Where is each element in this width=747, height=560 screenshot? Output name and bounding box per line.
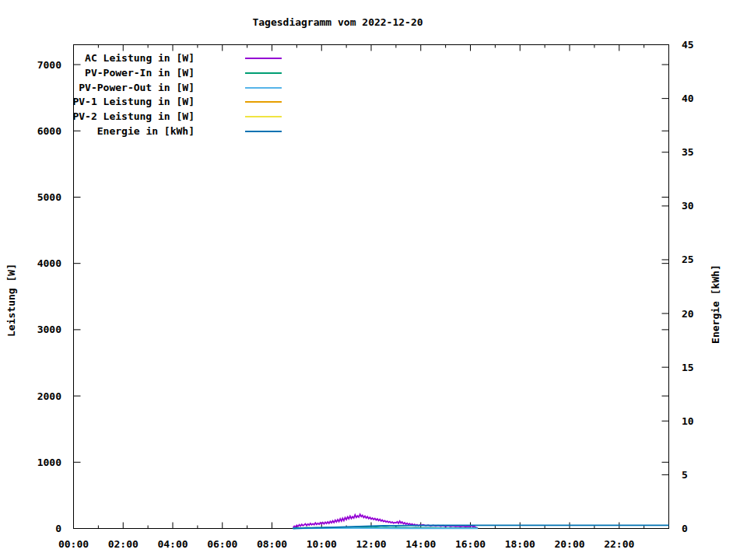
right-axis-tick-label: 5 bbox=[682, 469, 688, 481]
left-axis-tick-label: 7000 bbox=[37, 59, 61, 71]
right-axis-tick-label: 10 bbox=[682, 415, 694, 427]
x-axis-tick-label: 18:00 bbox=[505, 538, 535, 550]
left-axis-tick-label: 5000 bbox=[37, 191, 61, 203]
plot-area: 00:0002:0004:0006:0008:0010:0012:0014:00… bbox=[0, 0, 747, 560]
x-axis-tick-label: 12:00 bbox=[356, 538, 386, 550]
plot-border bbox=[74, 45, 669, 529]
right-axis-tick-label: 0 bbox=[682, 523, 688, 534]
right-axis-tick-label: 35 bbox=[682, 146, 694, 158]
x-axis-tick-label: 02:00 bbox=[108, 538, 139, 550]
x-axis-tick-label: 08:00 bbox=[257, 538, 287, 550]
x-axis-tick-label: 20:00 bbox=[554, 538, 584, 550]
right-axis-tick-label: 45 bbox=[682, 39, 694, 51]
x-axis-tick-label: 10:00 bbox=[307, 538, 337, 550]
x-axis-tick-label: 16:00 bbox=[455, 538, 486, 550]
left-axis-tick-label: 3000 bbox=[37, 324, 61, 335]
x-axis-tick-label: 22:00 bbox=[604, 538, 634, 550]
right-axis-tick-label: 15 bbox=[682, 362, 694, 373]
x-axis-tick-label: 04:00 bbox=[157, 538, 188, 550]
left-axis-tick-label: 4000 bbox=[37, 257, 61, 269]
left-axis-tick-label: 2000 bbox=[37, 390, 61, 402]
right-axis-tick-label: 40 bbox=[682, 93, 694, 104]
left-axis-tick-label: 0 bbox=[55, 523, 61, 534]
x-axis-tick-label: 00:00 bbox=[58, 538, 89, 550]
left-axis-tick-label: 1000 bbox=[37, 457, 61, 468]
right-axis-tick-label: 25 bbox=[682, 254, 694, 265]
x-axis-tick-label: 14:00 bbox=[405, 538, 436, 550]
right-axis-tick-label: 20 bbox=[682, 308, 694, 320]
right-axis-tick-label: 30 bbox=[682, 200, 694, 212]
left-axis-tick-label: 6000 bbox=[37, 125, 61, 137]
x-axis-tick-label: 06:00 bbox=[207, 538, 237, 550]
chart-canvas: Tagesdiagramm vom 2022-12-20 Leistung [W… bbox=[0, 0, 747, 560]
